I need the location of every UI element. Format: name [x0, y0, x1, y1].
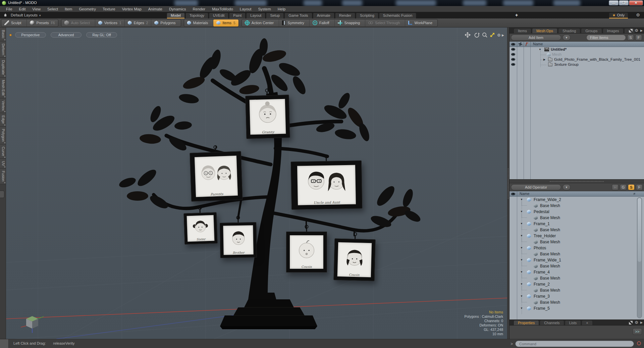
add-layout-tab-button[interactable]: + [515, 13, 518, 18]
panel-tab[interactable]: Mesh Ops [532, 28, 557, 33]
mesh-ops-row[interactable]: ▼ Base Mesh [509, 263, 644, 269]
mesh-ops-label[interactable]: Frame_3 [534, 293, 550, 299]
toolbar-button[interactable]: Vertices1 [95, 19, 125, 27]
name-column-header[interactable]: Name [520, 192, 529, 196]
mesh-ops-label[interactable]: Frame_Wide_2 [534, 197, 561, 203]
viewport-pill-button[interactable]: Advanced [51, 32, 82, 38]
item-label[interactable]: Texture Group [554, 62, 579, 67]
left-tab[interactable]: Polygon [0, 127, 6, 144]
mesh-ops-label[interactable]: Pedestal [534, 209, 549, 215]
menu-item[interactable]: Item [61, 6, 75, 12]
mesh-ops-filter-button[interactable]: H [612, 184, 619, 190]
layout-tab[interactable]: Paint [229, 13, 246, 18]
mesh-ops-filter-button[interactable]: F [636, 184, 643, 190]
caret-down-icon[interactable]: ▼ [520, 305, 523, 311]
mesh-ops-label[interactable]: Frame_5 [534, 305, 550, 311]
mesh-ops-row[interactable]: ▼ Frame_Wide_1 [509, 257, 644, 263]
panel-tab[interactable]: Properties [514, 320, 539, 325]
viewport-pill-button[interactable]: Ray GL: Off [86, 32, 117, 38]
mesh-ops-label[interactable]: Base Mesh [540, 203, 560, 209]
menu-item[interactable]: Layout [236, 6, 255, 12]
panel-tab[interactable]: + [582, 320, 592, 325]
mesh-ops-row[interactable]: ▼ Pedestal [509, 209, 644, 215]
layout-up-icon[interactable] [3, 13, 7, 17]
panel-tab[interactable]: Shading [558, 28, 580, 33]
toolbar-button[interactable]: PresetsF6 [27, 19, 58, 27]
gear-icon[interactable]: ⚙ [636, 12, 640, 17]
panel-tab[interactable]: Groups [581, 28, 602, 33]
panel-gear-icon[interactable]: ⚙ [635, 28, 638, 33]
mesh-ops-label[interactable]: Base Mesh [540, 299, 560, 305]
tree-row-texture-group[interactable]: Texture Group [509, 62, 644, 67]
menu-item[interactable]: Geometry [75, 6, 99, 12]
mesh-ops-label[interactable]: Frame_2 [534, 281, 550, 287]
menu-item[interactable]: File [3, 6, 16, 12]
strip-handle[interactable] [0, 191, 4, 198]
mesh-ops-label[interactable]: Frame_Wide_1 [534, 257, 561, 263]
menu-item[interactable]: Help [274, 6, 289, 12]
eye-icon[interactable] [511, 63, 515, 66]
panel-divider[interactable] [509, 179, 644, 183]
layout-tab[interactable]: Layout [246, 13, 265, 18]
scrollbar[interactable] [637, 197, 642, 318]
menu-item[interactable]: View [29, 6, 44, 12]
minimize-button[interactable]: — [609, 0, 619, 5]
render-flag-column-icon[interactable] [526, 42, 529, 46]
show-more-button[interactable]: >> [633, 328, 642, 335]
mesh-ops-row[interactable]: ▼ Base Mesh [509, 275, 644, 281]
mesh-ops-row[interactable]: ▼ Frame_1 [509, 221, 644, 227]
visibility-column-icon[interactable] [511, 43, 515, 46]
toolbar-button[interactable]: Polygons [151, 19, 180, 27]
panel-tab[interactable]: Channels [540, 320, 564, 325]
left-tab[interactable]: Duplicate [0, 58, 6, 78]
left-tab[interactable]: Curve [0, 144, 6, 159]
default-layouts-switcher[interactable]: Default Layouts ▼ [11, 12, 41, 19]
mesh-ops-filter-button[interactable]: S [628, 184, 635, 190]
photo-frame-brother[interactable]: Brother [220, 222, 257, 258]
mesh-ops-label[interactable]: Frame_1 [534, 221, 550, 227]
photo-frame-cousin-baby[interactable]: Cousin [286, 232, 327, 272]
macro-record-icon[interactable] [637, 341, 641, 345]
filter-mode-button[interactable]: F [635, 35, 642, 41]
add-operator-button[interactable]: Add Operator [511, 184, 561, 190]
toolbar-button[interactable]: Sculpt [1, 19, 27, 27]
mesh-ops-label[interactable]: Base Mesh [540, 287, 560, 293]
toolbar-button[interactable]: Materials [184, 19, 214, 27]
toolbar-button[interactable]: Select Through [365, 19, 405, 27]
mesh-ops-row[interactable]: ▼ Tree_Holder [509, 233, 644, 239]
mesh-ops-label[interactable]: Tree_Holder [534, 233, 556, 239]
left-tab[interactable]: Edge [0, 113, 6, 127]
mesh-ops-row[interactable]: ▼ Frame_2 [509, 281, 644, 287]
viewport-pill-button[interactable]: Perspective [15, 32, 46, 38]
left-tab[interactable]: Vertex [0, 98, 6, 113]
toolbar-button[interactable]: Action Center [242, 19, 279, 27]
menu-item[interactable]: Texture [99, 6, 119, 12]
mesh-ops-row[interactable]: ▼ Base Mesh [509, 239, 644, 245]
mesh-ops-row[interactable]: ▼ Photos [509, 245, 644, 251]
menu-item[interactable]: System [255, 6, 274, 12]
layout-tab[interactable]: Model [167, 13, 185, 18]
search-mode-button[interactable]: S [627, 35, 634, 41]
photo-frame-cousin-girl[interactable]: Cousin [333, 238, 375, 281]
toolbar-button[interactable]: Edges2 [125, 19, 152, 27]
toolbar-button[interactable]: WorkPlane [405, 19, 437, 27]
tree-row-gold-photo-frame[interactable]: ▶ Gold_Photo_Frame_with_Black_Family_Tre… [509, 57, 644, 62]
mesh-ops-row[interactable]: ▼ Base Mesh [509, 299, 644, 305]
maximize-button[interactable]: ❐ [619, 0, 629, 5]
layout-tab[interactable]: Schematic Fusion [379, 13, 416, 18]
mesh-ops-row[interactable]: ▼ Base Mesh [509, 251, 644, 257]
mesh-ops-row[interactable]: ▼ Base Mesh [509, 227, 644, 233]
item-label[interactable]: Mesh [552, 52, 561, 57]
panel-tab[interactable]: Lists [565, 320, 581, 325]
sort-icon[interactable]: ≠ [633, 192, 635, 196]
menu-item[interactable]: Render [189, 6, 209, 12]
expand-panel-icon[interactable] [629, 29, 633, 33]
close-button[interactable]: ✕ [629, 0, 643, 5]
mesh-ops-label[interactable]: Base Mesh [540, 227, 560, 233]
left-tab[interactable]: Deform [0, 41, 6, 58]
left-tab[interactable]: Basic [0, 28, 6, 41]
layout-tab[interactable]: Render [335, 13, 355, 18]
mesh-ops-row[interactable]: ▼ Base Mesh [509, 203, 644, 209]
mesh-ops-row[interactable]: ▼ Frame_4 [509, 269, 644, 275]
panel-tab[interactable]: Images [603, 28, 624, 33]
